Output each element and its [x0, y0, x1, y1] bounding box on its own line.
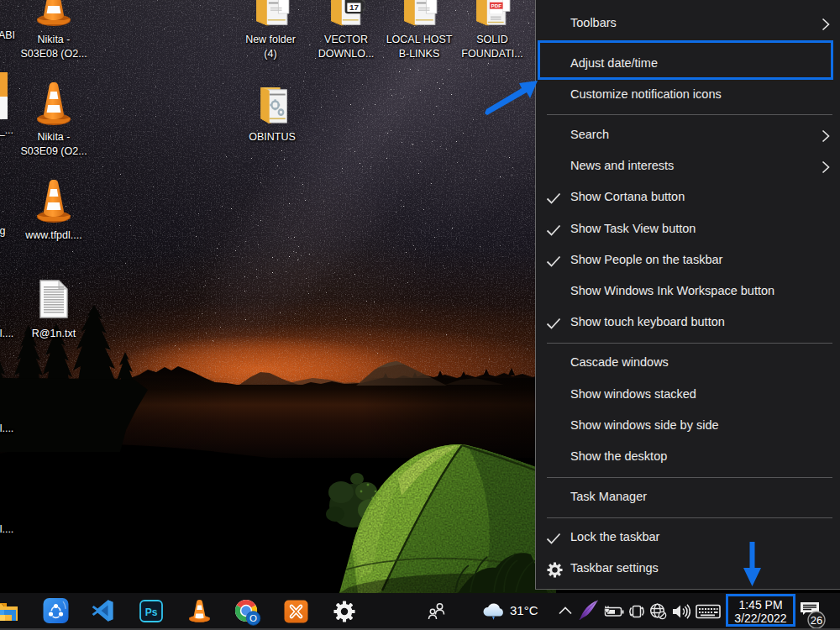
- svg-text:Ps: Ps: [145, 606, 158, 618]
- svg-text:17: 17: [349, 4, 359, 12]
- svg-text:PDF: PDF: [491, 4, 501, 8]
- svg-text:O: O: [249, 613, 257, 623]
- svg-text:26: 26: [811, 614, 822, 627]
